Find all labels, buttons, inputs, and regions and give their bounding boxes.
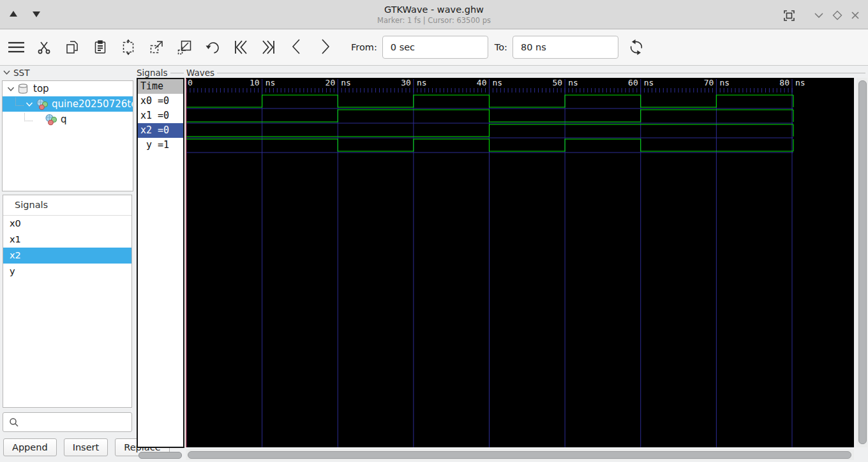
tree-item-q[interactable]: q [3, 112, 133, 127]
zoom-in-icon[interactable] [176, 39, 193, 56]
title-block: GTKWave - wave.ghw Marker: 1 fs | Cursor… [0, 4, 868, 25]
time-header[interactable]: Time [138, 79, 183, 94]
waves-frame-label-row: Waves [186, 68, 865, 78]
signal-search[interactable] [3, 412, 132, 432]
to-label: To: [495, 42, 507, 52]
timeline-label: 80 [779, 78, 789, 87]
signals-frame-label: Signals [137, 68, 168, 78]
signal-row-x2[interactable]: x2 =0 [138, 123, 183, 138]
database-icon [17, 83, 30, 95]
append-button[interactable]: Append [3, 438, 57, 456]
titlebar: GTKWave - wave.ghw Marker: 1 fs | Cursor… [0, 0, 868, 29]
timeline-label: 70 [704, 78, 714, 87]
timeline-label: 50 [552, 78, 562, 87]
hierarchy-icon [36, 98, 49, 110]
skip-to-end-icon[interactable] [260, 39, 277, 56]
minimize-icon[interactable] [811, 8, 827, 23]
insert-button[interactable]: Insert [64, 438, 108, 456]
signal-names-column: Time x0 =0x1 =0x2 =0 y =1 [137, 78, 184, 448]
zoom-out-icon[interactable] [148, 39, 165, 56]
paste-icon[interactable] [92, 39, 108, 56]
waves-vscrollbar-thumb[interactable] [858, 80, 867, 444]
toolbar: From: To: [0, 29, 868, 66]
sst-label: SST [13, 68, 29, 78]
search-icon [9, 417, 19, 428]
fullscreen-button[interactable] [781, 8, 797, 23]
timeline-label: ns [417, 78, 427, 87]
signal-row-x1[interactable]: x1 =0 [138, 108, 183, 123]
expander-chevron-icon[interactable] [6, 84, 15, 93]
skip-to-start-icon[interactable] [232, 39, 249, 56]
signals-frame-label-row: Signals [137, 68, 184, 78]
timeline-label: ns [568, 78, 578, 87]
tree-guide-line [24, 113, 33, 121]
timeline-label: 10 [250, 78, 260, 87]
wave-trace-x1 [186, 110, 793, 122]
step-left-icon[interactable] [288, 39, 305, 56]
wave-trace-x2 [186, 124, 793, 137]
sst-tree: topquine20250726testbenchq [2, 80, 133, 191]
from-label: From: [351, 42, 377, 52]
to-input[interactable] [513, 36, 618, 59]
signal-browser-item-x2[interactable]: x2 [3, 248, 131, 264]
waves-hscrollbar-thumb[interactable] [188, 451, 851, 459]
hierarchy-icon [45, 114, 57, 126]
window-title: GTKWave - wave.ghw [0, 4, 868, 15]
tree-item-label: top [33, 83, 49, 94]
timeline-label: ns [493, 78, 503, 87]
tree-item-label: q [61, 114, 67, 125]
signal-browser-header: Signals [3, 195, 131, 216]
maximize-icon[interactable] [830, 8, 845, 23]
timeline-label: ns [644, 78, 654, 87]
wave-trace-x0 [186, 95, 793, 107]
timeline-label: 60 [628, 78, 638, 87]
timeline-label: 40 [477, 78, 487, 87]
cut-icon[interactable] [36, 39, 52, 56]
tree-guide-line [15, 98, 24, 106]
signal-row-x0[interactable]: x0 =0 [138, 94, 183, 108]
reload-icon[interactable] [627, 39, 644, 56]
timeline-label: 0 [188, 78, 193, 87]
timeline-label: ns [266, 78, 276, 87]
zoom-undo-icon[interactable] [204, 39, 221, 56]
expander-chevron-icon[interactable] [25, 100, 34, 108]
waves-frame-label: Waves [186, 68, 214, 78]
close-icon[interactable] [848, 8, 863, 23]
signal-browser-item-x1[interactable]: x1 [3, 232, 131, 248]
timeline-label: ns [341, 78, 351, 87]
copy-icon[interactable] [64, 39, 80, 56]
tree-item-quine20250726testbench[interactable]: quine20250726testbench [3, 96, 133, 112]
step-right-icon[interactable] [317, 39, 333, 56]
waves-vscrollbar[interactable] [857, 78, 867, 447]
timeline-label: 20 [326, 78, 336, 87]
timeline-label: 30 [401, 78, 411, 87]
wave-canvas[interactable]: 010ns20ns30ns40ns50ns60ns70ns80ns [186, 78, 854, 447]
signal-browser-item-x0[interactable]: x0 [3, 216, 131, 232]
timeline-label: ns [795, 78, 805, 87]
timeline-label: ns [719, 78, 730, 87]
from-input[interactable] [382, 36, 488, 59]
gtkwave-window: GTKWave - wave.ghw Marker: 1 fs | Cursor… [0, 0, 868, 462]
signal-row-y[interactable]: y =1 [138, 138, 183, 153]
waves-hscrollbar[interactable] [186, 449, 854, 460]
wave-canvas-svg[interactable]: 010ns20ns30ns40ns50ns60ns70ns80ns [186, 78, 854, 447]
zoom-fit-icon[interactable] [120, 39, 137, 56]
wave-trace-y [186, 139, 793, 151]
sst-header[interactable]: SST [3, 67, 29, 78]
tree-item-top[interactable]: top [3, 81, 133, 96]
signal-browser-item-y[interactable]: y [3, 264, 131, 279]
signal-browser: Signals x0x1x2y [3, 195, 132, 408]
marker-cursor-status: Marker: 1 fs | Cursor: 63500 ps [0, 17, 868, 25]
tree-item-label: quine20250726testbench [52, 98, 133, 110]
signal-names-hscrollbar[interactable] [138, 452, 182, 459]
menu-icon[interactable] [8, 39, 24, 56]
